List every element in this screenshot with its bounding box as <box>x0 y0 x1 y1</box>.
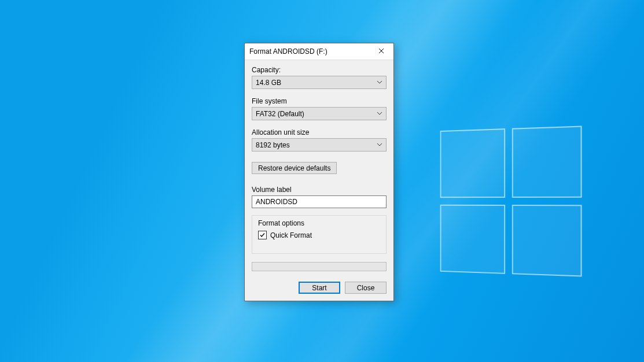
windows-logo-pane <box>512 205 582 276</box>
close-icon <box>378 47 384 56</box>
volume-label-input[interactable] <box>252 195 387 208</box>
restore-defaults-button[interactable]: Restore device defaults <box>252 162 337 174</box>
dialog-title: Format ANDROIDSD (F:) <box>249 47 327 56</box>
format-options-legend: Format options <box>258 219 380 227</box>
titlebar[interactable]: Format ANDROIDSD (F:) <box>245 43 393 60</box>
close-window-button[interactable] <box>369 43 393 60</box>
quick-format-checkbox[interactable]: Quick Format <box>258 231 380 239</box>
windows-logo-pane <box>512 126 582 198</box>
filesystem-select[interactable]: FAT32 (Default) <box>252 107 387 120</box>
capacity-select[interactable]: 14.8 GB <box>252 76 387 89</box>
progress-bar <box>252 262 387 271</box>
allocation-value: 8192 bytes <box>256 141 290 149</box>
chevron-down-icon <box>376 79 384 87</box>
dialog-footer: Start Close <box>252 282 387 294</box>
format-dialog: Format ANDROIDSD (F:) Capacity: 14.8 GB … <box>244 43 394 301</box>
filesystem-value: FAT32 (Default) <box>256 110 304 118</box>
capacity-label: Capacity: <box>252 66 387 74</box>
capacity-value: 14.8 GB <box>256 79 281 87</box>
chevron-down-icon <box>376 141 384 149</box>
chevron-down-icon <box>376 110 384 118</box>
quick-format-label: Quick Format <box>270 231 312 239</box>
volume-label-label: Volume label <box>252 186 387 194</box>
dialog-body: Capacity: 14.8 GB File system FAT32 (Def… <box>245 60 393 301</box>
filesystem-label: File system <box>252 97 387 105</box>
close-button[interactable]: Close <box>345 282 387 294</box>
windows-logo-pane <box>440 128 505 198</box>
start-button[interactable]: Start <box>299 282 340 294</box>
windows-logo <box>440 126 581 276</box>
windows-logo-pane <box>440 205 505 274</box>
allocation-select[interactable]: 8192 bytes <box>252 138 387 152</box>
checkbox-icon <box>258 231 267 239</box>
allocation-label: Allocation unit size <box>252 128 387 136</box>
format-options-group: Format options Quick Format <box>252 215 387 254</box>
desktop-background: Format ANDROIDSD (F:) Capacity: 14.8 GB … <box>0 0 644 362</box>
